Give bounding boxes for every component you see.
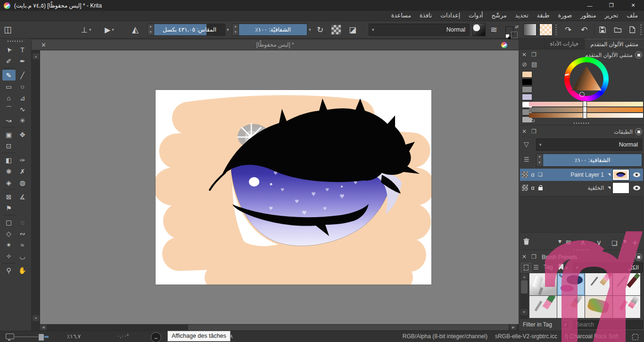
undo-button[interactable]: ↶ bbox=[581, 21, 587, 38]
lock-icon[interactable] bbox=[538, 187, 543, 190]
redo-button[interactable]: ↷ bbox=[565, 21, 571, 38]
minimize-button[interactable]: — bbox=[579, 0, 601, 11]
color-wheel[interactable] bbox=[564, 57, 609, 101]
close-icon[interactable]: ✕ bbox=[522, 128, 527, 135]
tool-freehand-select[interactable]: ∾ bbox=[16, 228, 29, 239]
opacity-spinbox[interactable]: ▲▼ الشفافيّة: ١٠٠٪ bbox=[232, 24, 307, 36]
no-color-icon[interactable]: ⊘ bbox=[522, 61, 527, 68]
add-layer-button[interactable]: + bbox=[632, 238, 638, 249]
layer-properties-button[interactable]: ≋ bbox=[565, 238, 571, 247]
color-history-swatch[interactable] bbox=[522, 79, 532, 85]
chevron-down-icon[interactable]: ▾ bbox=[227, 27, 229, 32]
layer-blending-mode-combobox[interactable]: ▾ Normal bbox=[536, 138, 642, 151]
reset-colors-icon[interactable] bbox=[505, 34, 510, 38]
tool-reference-images[interactable]: ⚑ bbox=[2, 203, 16, 213]
tool-smart-patch[interactable]: ✗ bbox=[16, 166, 29, 177]
menu-item[interactable]: صورة bbox=[554, 11, 577, 21]
tool-move[interactable]: ✥ bbox=[16, 129, 29, 140]
close-icon[interactable]: ✕ bbox=[522, 51, 527, 58]
layer-menu-icon[interactable]: ☰ bbox=[524, 156, 529, 163]
delete-layer-button[interactable] bbox=[523, 238, 530, 247]
canvas-viewport[interactable]: ♥♥ ♥♥ ♥♥ ♥♥ ♥♥ ♥♥ ♥♥ ♥ bbox=[40, 50, 519, 324]
layer-opacity-slider[interactable]: ▲▼ الشفافية: ١٠٠٪ bbox=[536, 154, 642, 167]
tool-pan[interactable]: ✋ bbox=[16, 265, 29, 276]
scroll-up-icon[interactable]: ▲ bbox=[33, 53, 39, 59]
menu-item[interactable]: ملف bbox=[622, 11, 642, 21]
tool-transform[interactable]: ▣ bbox=[2, 129, 16, 140]
color-slider-saturation[interactable] bbox=[529, 107, 643, 112]
presets-menu-icon[interactable]: ☰ bbox=[533, 264, 539, 271]
tool-polyline[interactable]: ⊿ bbox=[16, 92, 29, 103]
scroll-down-icon[interactable]: ▼ bbox=[521, 309, 528, 315]
tool-crop[interactable]: ⊡ bbox=[2, 140, 16, 151]
alpha-lock-icon[interactable]: α bbox=[529, 171, 537, 178]
preset-chalk-pink[interactable] bbox=[585, 273, 612, 295]
tool-calligraphy[interactable]: ✒ bbox=[16, 56, 29, 66]
float-icon[interactable]: ❐ bbox=[531, 253, 537, 260]
scroll-down-icon[interactable]: ▼ bbox=[33, 315, 39, 321]
tab-advanced-color-selector[interactable]: منتقي الألوان المتقدم bbox=[584, 39, 644, 49]
chevron-down-icon[interactable]: ▾ bbox=[558, 237, 561, 245]
tool-assistants[interactable]: ⊠ bbox=[2, 191, 16, 202]
menu-item[interactable]: أدوات bbox=[464, 11, 487, 21]
tool-freehand-brush[interactable]: ✎ bbox=[2, 70, 16, 81]
tab-tool-options[interactable]: خيارات الأداة bbox=[544, 39, 585, 49]
close-button[interactable]: ✕ bbox=[622, 0, 644, 11]
scroll-up-icon[interactable]: ▲ bbox=[521, 274, 528, 280]
brush-preset-button[interactable] bbox=[472, 21, 486, 38]
layer-row-paint-layer-1[interactable]: α ❏ Paint Layer 1 bbox=[520, 169, 643, 181]
tool-zoom[interactable]: ⚲ bbox=[2, 265, 16, 276]
refresh-icon[interactable]: ↻ bbox=[530, 117, 535, 124]
pattern-swatch-button[interactable] bbox=[539, 21, 553, 38]
reload-preset-button[interactable]: ↻ bbox=[317, 21, 323, 38]
layer-name[interactable]: Paint Layer 1 bbox=[544, 171, 607, 178]
brush-size-spinbox[interactable]: ▲▼ المقاس: ٤٣١,٠٥ بكسل bbox=[147, 24, 225, 36]
scroll-right-icon[interactable]: ▶ bbox=[510, 325, 517, 330]
visibility-eye-icon[interactable] bbox=[633, 172, 640, 177]
filter-in-tag-checkbox[interactable]: ✓ bbox=[561, 321, 570, 329]
chevron-down-icon[interactable]: ▾ bbox=[623, 237, 627, 245]
tool-dynamic-brush[interactable]: ↝ bbox=[2, 115, 16, 126]
tag-combobox[interactable]: ▾ الكل bbox=[573, 262, 643, 273]
move-layer-down-button[interactable]: ∨ bbox=[596, 238, 602, 247]
close-icon[interactable]: ✕ bbox=[522, 253, 527, 260]
restore-button[interactable]: ❐ bbox=[601, 0, 622, 11]
rotation-reset-icon[interactable]: ↔ bbox=[151, 332, 161, 342]
toolbox-handle[interactable] bbox=[8, 41, 24, 42]
zoom-slider-thumb[interactable] bbox=[38, 334, 44, 341]
background-color-swatch[interactable] bbox=[511, 32, 518, 38]
tool-rectangle[interactable]: ▭ bbox=[2, 81, 16, 92]
color-history-swatch[interactable] bbox=[522, 86, 532, 93]
workspace-chooser-button[interactable]: ◫ bbox=[4, 21, 12, 38]
menu-item[interactable]: تحرير bbox=[600, 11, 622, 21]
preset-ink-pen[interactable] bbox=[613, 273, 640, 295]
tool-colorize-mask[interactable]: ❋ bbox=[2, 166, 16, 177]
layer-thumbnail[interactable] bbox=[612, 169, 629, 180]
vertical-scrollbar[interactable]: ▲ ▼ bbox=[32, 50, 40, 324]
brush-editor-button[interactable]: ≋ bbox=[490, 21, 497, 38]
menu-item[interactable]: مساعدة bbox=[387, 11, 415, 21]
horizontal-scrollbar[interactable]: ◀ ▶ bbox=[32, 324, 519, 331]
zoom-slider[interactable] bbox=[13, 336, 48, 337]
tool-similar-select[interactable]: ≈ bbox=[16, 239, 29, 250]
trim-canvas-button[interactable]: ⊥▾ bbox=[81, 21, 91, 38]
subwindow-close-button[interactable]: ✕ bbox=[41, 41, 46, 49]
scrollbar-thumb[interactable] bbox=[521, 280, 528, 293]
lock-icon[interactable] bbox=[635, 128, 642, 135]
eraser-mode-button[interactable]: ◪ bbox=[349, 21, 356, 38]
layer-thumbnail[interactable] bbox=[612, 182, 629, 194]
chevron-down-icon[interactable]: ▾ bbox=[309, 27, 311, 32]
preset-roller[interactable] bbox=[529, 273, 557, 295]
color-slider-hue[interactable] bbox=[529, 102, 643, 106]
tool-rect-select[interactable]: ▢ bbox=[2, 217, 16, 228]
tool-multibrush[interactable]: ✳ bbox=[16, 115, 29, 126]
tool-text[interactable]: T bbox=[16, 44, 29, 55]
gradient-edit-button[interactable]: ▶▾ bbox=[105, 21, 114, 38]
color-history-swatch[interactable] bbox=[522, 71, 532, 78]
swap-colors-icon[interactable]: ⇄ bbox=[515, 24, 519, 29]
icon-size-button[interactable] bbox=[521, 263, 531, 272]
toolbar-handle[interactable] bbox=[640, 21, 642, 38]
canvas-document[interactable]: ♥♥ ♥♥ ♥♥ ♥♥ ♥♥ ♥♥ ♥♥ ♥ bbox=[156, 90, 431, 285]
rotation-value[interactable]: ٠,٠٠° bbox=[117, 333, 129, 339]
spinner-arrows[interactable]: ▲▼ bbox=[537, 154, 543, 166]
